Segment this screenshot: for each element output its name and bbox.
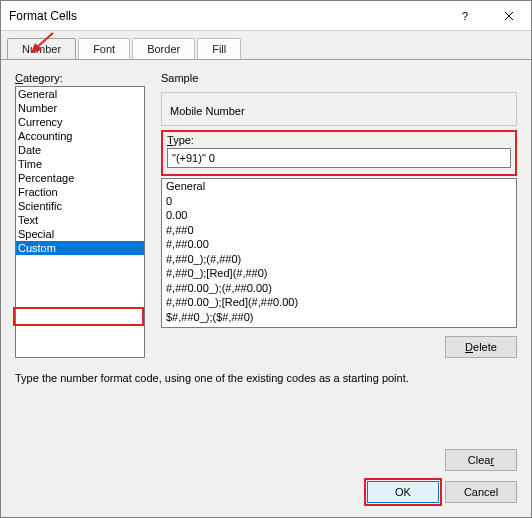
tab-fill[interactable]: Fill [197, 38, 241, 60]
category-item[interactable]: Time [16, 157, 144, 171]
category-item[interactable]: Scientific [16, 199, 144, 213]
dialog-buttons: OK Cancel [1, 481, 531, 517]
format-item[interactable]: #,##0_);[Red](#,##0) [162, 266, 516, 281]
format-item[interactable]: $#,##0_);[Red]($#,##0) [162, 324, 516, 328]
category-item[interactable]: Text [16, 213, 144, 227]
format-item[interactable]: 0.00 [162, 208, 516, 223]
sample-value: Mobile Number [170, 105, 508, 117]
category-item[interactable]: Custom [16, 241, 144, 255]
svg-text:?: ? [462, 11, 468, 21]
sample-box: Mobile Number [161, 92, 517, 126]
format-item[interactable]: #,##0.00_);(#,##0.00) [162, 281, 516, 296]
tab-panel-number: Category: GeneralNumberCurrencyAccountin… [1, 59, 531, 449]
category-item[interactable]: Date [16, 143, 144, 157]
close-icon[interactable] [487, 1, 531, 31]
category-item[interactable]: Fraction [16, 185, 144, 199]
category-listbox[interactable]: GeneralNumberCurrencyAccountingDateTimeP… [15, 86, 145, 358]
format-item[interactable]: $#,##0_);($#,##0) [162, 310, 516, 325]
dialog-title: Format Cells [9, 9, 443, 23]
format-item[interactable]: 0 [162, 194, 516, 209]
ok-button[interactable]: OK [367, 481, 439, 503]
titlebar: Format Cells ? [1, 1, 531, 31]
category-item[interactable]: Special [16, 227, 144, 241]
type-label: Type: [167, 134, 194, 146]
clear-button[interactable]: Clear [445, 449, 517, 471]
category-item[interactable]: Accounting [16, 129, 144, 143]
delete-button[interactable]: Delete [445, 336, 517, 358]
sample-label: Sample [161, 72, 517, 84]
help-icon[interactable]: ? [443, 1, 487, 31]
category-item[interactable]: Currency [16, 115, 144, 129]
category-item[interactable]: General [16, 87, 144, 101]
format-item[interactable]: #,##0.00_);[Red](#,##0.00) [162, 295, 516, 310]
cancel-button[interactable]: Cancel [445, 481, 517, 503]
format-cells-dialog: Format Cells ? NumberFontBorderFill Cate… [0, 0, 532, 518]
format-list[interactable]: General00.00#,##0#,##0.00#,##0_);(#,##0)… [161, 178, 517, 328]
format-item[interactable]: #,##0_);(#,##0) [162, 252, 516, 267]
tab-row: NumberFontBorderFill [1, 31, 531, 59]
type-input[interactable] [167, 148, 511, 168]
type-group-highlight: Type: [161, 130, 517, 176]
category-item[interactable]: Number [16, 101, 144, 115]
category-item[interactable]: Percentage [16, 171, 144, 185]
tab-border[interactable]: Border [132, 38, 195, 60]
format-item[interactable]: General [162, 179, 516, 194]
category-label: Category: [15, 72, 145, 84]
hint-text: Type the number format code, using one o… [15, 372, 517, 384]
format-item[interactable]: #,##0 [162, 223, 516, 238]
tab-font[interactable]: Font [78, 38, 130, 60]
tab-number[interactable]: Number [7, 38, 76, 60]
format-item[interactable]: #,##0.00 [162, 237, 516, 252]
